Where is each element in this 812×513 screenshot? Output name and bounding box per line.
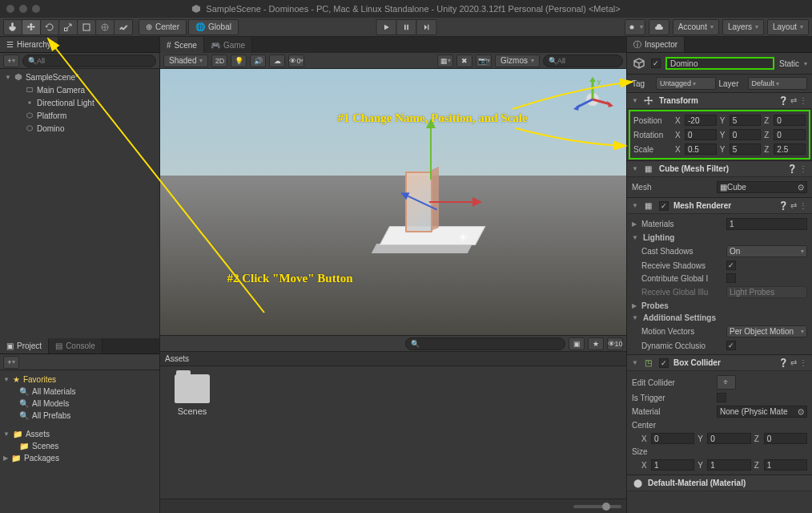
physic-material[interactable]: None (Physic Mate⊙ [717,406,807,418]
rotation-x[interactable]: 0 [685,129,717,140]
favorite-item[interactable]: 🔍 All Prefabs [0,410,159,422]
orientation-gizmo[interactable]: y [569,75,617,123]
rect-tool[interactable] [77,19,96,35]
position-y[interactable]: 5 [730,115,762,126]
center-z[interactable]: 0 [764,433,807,444]
layer-dropdown[interactable]: Default ▾ [748,77,808,90]
play-button[interactable] [376,19,397,35]
hierarchy-item[interactable]: Directional Light [0,96,159,109]
component-menu[interactable]: ❔ ⇄ ⋮ [778,358,807,367]
project-search[interactable]: 🔍 [405,337,565,350]
motion-vectors[interactable]: Per Object Motion▾ [726,325,807,337]
project-breadcrumb[interactable]: Assets [160,352,626,366]
tab-inspector[interactable]: ⓘ Inspector [627,37,685,52]
thumbnail-size-slider[interactable] [573,505,621,508]
hierarchy-item[interactable]: Domino [0,122,159,135]
material-component: ⬤Default-Material (Material) [627,475,812,491]
visibility-toggle[interactable]: 👁10 [607,337,623,350]
toggle-2d[interactable]: 2D [211,55,227,67]
assets-header[interactable]: ▼ 📁 Assets [0,428,159,440]
tag-label: Tag [632,79,653,88]
contribute-gi[interactable] [726,273,736,283]
materials-count[interactable]: 1 [726,218,807,230]
scale-z[interactable]: 2.5 [774,143,806,155]
rotate-tool[interactable] [40,19,59,35]
collab-button[interactable]: ▾ [625,19,645,35]
center-x[interactable]: 0 [651,433,694,444]
step-button[interactable] [416,19,437,35]
assets-item[interactable]: 📁 Scenes [0,440,159,452]
tag-dropdown[interactable]: Untagged ▾ [656,77,716,90]
account-dropdown[interactable]: Account ▾ [673,19,719,35]
rotation-z[interactable]: 0 [774,129,806,140]
hierarchy-item[interactable]: Main Camera [0,83,159,96]
folder-item[interactable]: Scenes [168,374,216,416]
packages-header[interactable]: ▶ 📁 Packages [0,452,159,464]
hand-tool[interactable] [3,19,22,35]
filter-icon[interactable]: ▣ [569,337,585,350]
tools-icon[interactable]: ✖ [456,55,472,67]
window-max-dot[interactable] [32,5,40,13]
tab-hierarchy[interactable]: ☰ Hierarchy [0,37,58,52]
size-x[interactable]: 1 [651,459,694,471]
layout-dropdown[interactable]: Layout ▾ [767,19,809,35]
center-y[interactable]: 0 [707,433,750,444]
favorite-icon[interactable]: ★ [588,337,604,350]
hierarchy-create[interactable]: +▾ [3,55,19,67]
visibility-icon[interactable]: 👁0▾ [288,55,304,67]
favorite-item[interactable]: 🔍 All Models [0,398,159,410]
gizmos-dropdown[interactable]: Gizmos ▾ [495,55,540,67]
project-create[interactable]: +▾ [3,356,19,369]
receive-shadows[interactable]: ✓ [726,261,736,270]
move-tool[interactable] [22,19,41,35]
dynamic-occlusion[interactable]: ✓ [726,341,736,350]
position-x[interactable]: -20 [685,115,717,126]
scene-viewport[interactable]: ☀ y #1 Change Name, Position, and Scale … [160,69,626,335]
camera-icon[interactable]: 📷▾ [476,55,492,67]
pivot-mode[interactable]: ⊕ Center [139,19,187,35]
scene-root[interactable]: ▼ SampleScene* [0,71,159,83]
gameobject-name-field[interactable]: Domino [665,57,774,70]
move-gizmo-y[interactable] [426,119,436,180]
window-min-dot[interactable] [19,5,27,13]
mesh-field[interactable]: ▦ Cube⊙ [717,181,807,193]
pause-button[interactable] [396,19,417,35]
tab-project[interactable]: ▣ Project [0,338,49,353]
handle-rotation[interactable]: 🌐 Global [188,19,239,35]
hierarchy-search[interactable]: 🔍 All [22,55,156,67]
fx-icon[interactable]: ☁ [269,55,285,67]
scene-search[interactable]: 🔍 All [543,55,623,67]
window-close-dot[interactable] [6,5,14,13]
renderer-enable[interactable]: ✓ [659,201,669,211]
cloud-button[interactable] [649,19,669,35]
position-z[interactable]: 0 [774,115,806,126]
scale-tool[interactable] [58,19,78,35]
transform-tool[interactable] [95,19,115,35]
size-y[interactable]: 1 [707,459,750,471]
rotation-y[interactable]: 0 [730,129,762,140]
favorites-header[interactable]: ▼ ★ Favorites [0,374,159,386]
layers-dropdown[interactable]: Layers ▾ [722,19,764,35]
cast-shadows[interactable]: On▾ [726,245,807,257]
component-menu[interactable]: ❔ ⋮ [787,164,807,173]
scale-x[interactable]: 0.5 [685,143,717,155]
layer-label: Layer [719,79,745,88]
tab-console[interactable]: ▤ Console [49,338,103,353]
tab-game[interactable]: 🎮 Game [204,37,252,53]
is-trigger[interactable] [717,393,726,402]
collider-enable[interactable]: ✓ [659,358,669,368]
component-menu[interactable]: ❔ ⇄ ⋮ [778,96,807,105]
tab-scene[interactable]: # Scene [160,37,204,53]
grid-icon[interactable]: ▦▾ [437,55,453,67]
shading-mode[interactable]: Shaded ▾ [163,55,208,67]
audio-icon[interactable]: 🔊 [250,55,266,67]
size-z[interactable]: 1 [764,459,807,471]
custom-tools[interactable] [114,19,133,35]
gameobject-active-checkbox[interactable]: ✓ [651,59,661,68]
hierarchy-item[interactable]: Platform [0,109,159,122]
edit-collider-button[interactable]: ᯤ [717,375,736,390]
scale-y[interactable]: 5 [730,143,762,155]
favorite-item[interactable]: 🔍 All Materials [0,386,159,398]
component-menu[interactable]: ❔ ⇄ ⋮ [778,201,807,210]
light-icon[interactable]: 💡 [231,55,247,67]
